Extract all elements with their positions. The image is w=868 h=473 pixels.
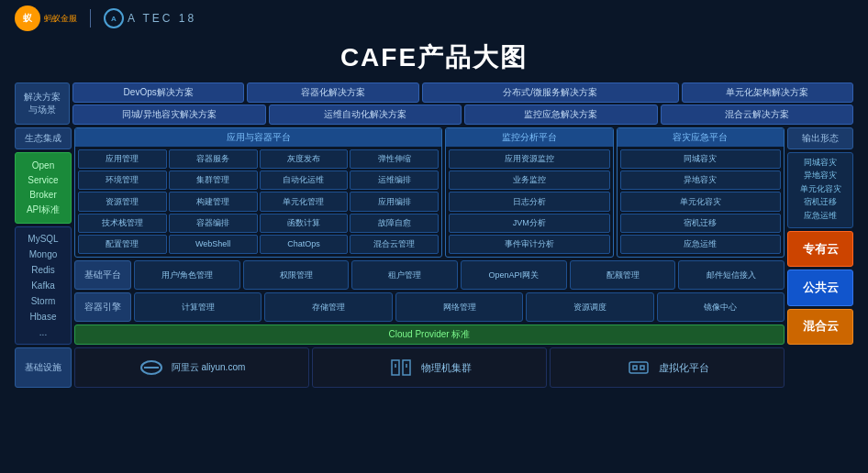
output-list-item-3: 单元化容灾 [791, 182, 850, 195]
dis-item-2: 异地容灾 [620, 170, 781, 190]
svg-rect-7 [633, 366, 637, 369]
app-platform-box: 应用与容器平台 应用管理 环境管理 资源管理 技术栈管理 配置管理 容器服务 集… [74, 127, 442, 258]
dis-item-4: 宿机迁移 [620, 214, 781, 233]
main-grid: 生态集成 Open Service Broker API标准 MySQL Mon… [15, 127, 853, 345]
app-cell-2-2: 集群管理 [169, 170, 258, 190]
app-cell-4-2: 运维编排 [350, 170, 439, 190]
sol-unit: 单元化架构解决方案 [682, 82, 853, 103]
output-list-item-4: 宿机迁移 [791, 195, 850, 208]
app-cell-2-4: 容器编排 [169, 214, 258, 233]
logo-area: 蚁 蚂蚁金服 A A TEC 18 [15, 6, 196, 31]
app-cell-2-3: 构建管理 [169, 192, 258, 211]
app-col-1: 应用管理 环境管理 资源管理 技术栈管理 配置管理 [78, 149, 167, 254]
container-item-5: 镜像中心 [657, 292, 785, 322]
header: 蚁 蚂蚁金服 A A TEC 18 [0, 0, 868, 37]
atec-logo: A A TEC 18 [104, 8, 196, 28]
app-platform-title: 应用与容器平台 [75, 128, 441, 147]
atec-text: A TEC 18 [128, 12, 196, 25]
sol-disaster: 同城/异地容灾解决方案 [72, 104, 266, 125]
output-list-item-5: 应急运维 [791, 209, 850, 222]
logo-divider [90, 9, 91, 28]
app-cell-4-3: 应用编排 [350, 192, 439, 211]
app-cell-3-3: 单元化管理 [260, 192, 349, 211]
app-cell-3-2: 自动化运维 [260, 170, 349, 190]
monitoring-content: 应用资源监控 业务监控 日志分析 JVM分析 事件审计分析 [446, 147, 612, 257]
infra-item-5: 配额管理 [570, 260, 676, 290]
platform-row: 应用与容器平台 应用管理 环境管理 资源管理 技术栈管理 配置管理 容器服务 集… [74, 127, 785, 258]
container-item-3: 网络管理 [395, 292, 523, 322]
physical-cluster-text: 物理机集群 [421, 361, 472, 375]
container-engine-row: 容器引擎 计算管理 存储管理 网络管理 资源调度 镜像中心 [74, 292, 785, 322]
output-label: 输出形态 [787, 127, 853, 149]
app-cell-1-4: 技术栈管理 [78, 214, 167, 233]
app-cell-4-5: 混合云管理 [350, 235, 439, 254]
output-list: 同城容灾 异地容灾 单元化容灾 宿机迁移 应急运维 [787, 152, 853, 228]
mon-item-3: 日志分析 [449, 192, 609, 211]
cloud-standard: Cloud Provider 标准 [74, 324, 785, 345]
output-list-item-2: 异地容灾 [791, 169, 850, 182]
disaster-title: 容灾应急平台 [618, 128, 784, 147]
infra-item-2: 权限管理 [243, 260, 350, 290]
sol-container: 容器化解决方案 [247, 82, 418, 103]
ant-financial-text: 蚂蚁金服 [44, 13, 77, 25]
aliyun-box: 阿里云 aliyun.com [74, 347, 309, 388]
dis-item-5: 应急运维 [620, 235, 781, 254]
private-cloud-button: 专有云 [787, 231, 853, 267]
sol-ops: 运维自动化解决方案 [269, 104, 462, 125]
atec-circle-icon: A [104, 8, 124, 28]
virtual-platform-box: 虚拟化平台 [550, 347, 785, 388]
open-service-broker: Open Service Broker API标准 [15, 152, 72, 224]
infra-item-3: 租户管理 [351, 260, 458, 290]
main-content: 解决方案 与场景 DevOps解决方案 容器化解决方案 分布式/微服务解决方案 … [0, 82, 868, 388]
app-cell-4-1: 弹性伸缩 [350, 149, 439, 169]
output-list-item-1: 同城容灾 [791, 156, 850, 169]
mon-item-4: JVM分析 [449, 214, 609, 233]
sol-microservice: 分布式/微服务解决方案 [422, 82, 679, 103]
physical-cluster-icon [388, 355, 414, 380]
mon-item-5: 事件审计分析 [449, 235, 609, 254]
monitoring-title: 监控分析平台 [446, 128, 612, 147]
dis-item-3: 单元化容灾 [620, 192, 781, 211]
app-col-3: 灰度发布 自动化运维 单元化管理 函数计算 ChatOps [260, 149, 349, 254]
sol-devops: DevOps解决方案 [72, 82, 244, 103]
solutions-label: 解决方案 与场景 [15, 82, 70, 125]
dis-item-1: 同城容灾 [620, 149, 781, 169]
app-cell-3-5: ChatOps [260, 235, 349, 254]
physical-cluster-box: 物理机集群 [312, 347, 547, 388]
app-cell-3-1: 灰度发布 [260, 149, 349, 169]
monitoring-platform-box: 监控分析平台 应用资源监控 业务监控 日志分析 JVM分析 事件审计分析 [445, 127, 613, 258]
public-cloud-button: 公共云 [787, 270, 853, 305]
app-cell-2-1: 容器服务 [169, 149, 258, 169]
mon-item-2: 业务监控 [449, 170, 609, 190]
app-cell-3-4: 函数计算 [260, 214, 349, 233]
container-engine-label: 容器引擎 [74, 292, 131, 322]
app-cell-1-1: 应用管理 [78, 149, 167, 169]
bottom-infra: 基础设施 阿里云 aliyun.com 物理机集群 虚拟化平台 [15, 347, 853, 388]
aliyun-icon [139, 355, 164, 380]
ecosystem-label: 生态集成 [15, 127, 72, 149]
right-sidebar: 输出形态 同城容灾 异地容灾 单元化容灾 宿机迁移 应急运维 专有云 公共云 混… [787, 127, 853, 345]
infra-item-4: OpenAPI网关 [461, 260, 567, 290]
virtual-platform-text: 虚拟化平台 [659, 361, 709, 375]
mon-item-1: 应用资源监控 [449, 149, 609, 169]
svg-rect-6 [629, 362, 648, 373]
infra-label: 基础设施 [15, 347, 72, 388]
left-sidebar: 生态集成 Open Service Broker API标准 MySQL Mon… [15, 127, 72, 345]
center-area: 应用与容器平台 应用管理 环境管理 资源管理 技术栈管理 配置管理 容器服务 集… [74, 127, 785, 345]
disaster-content: 同城容灾 异地容灾 单元化容灾 宿机迁移 应急运维 [618, 147, 784, 257]
app-cell-1-5: 配置管理 [78, 235, 167, 254]
tech-stack: MySQL Mongo Redis Kafka Storm Hbase ... [15, 226, 72, 345]
svg-rect-8 [640, 366, 644, 369]
app-cell-1-3: 资源管理 [78, 192, 167, 211]
virtual-platform-icon [626, 355, 651, 380]
infra-platform-row: 基础平台 用户/角色管理 权限管理 租户管理 OpenAPI网关 配额管理 邮件… [74, 260, 785, 290]
app-cell-2-5: WebShell [169, 235, 258, 254]
app-platform-content: 应用管理 环境管理 资源管理 技术栈管理 配置管理 容器服务 集群管理 构建管理… [75, 147, 441, 257]
container-item-4: 资源调度 [526, 292, 653, 322]
disaster-platform-box: 容灾应急平台 同城容灾 异地容灾 单元化容灾 宿机迁移 应急运维 [617, 127, 785, 258]
solutions-section: 解决方案 与场景 DevOps解决方案 容器化解决方案 分布式/微服务解决方案 … [15, 82, 853, 125]
container-item-2: 存储管理 [264, 292, 392, 322]
hybrid-cloud-button: 混合云 [787, 309, 853, 345]
sol-monitor: 监控应急解决方案 [464, 104, 658, 125]
sol-hybrid: 混合云解决方案 [661, 104, 854, 125]
